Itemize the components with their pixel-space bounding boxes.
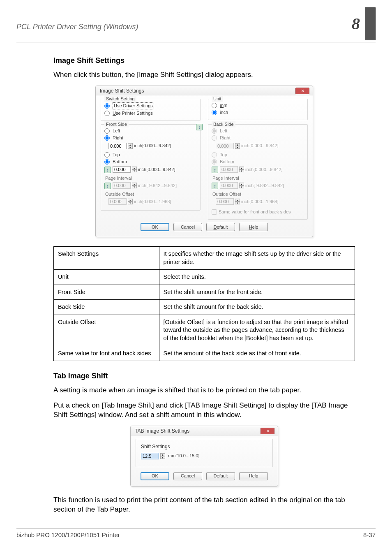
header-rule: [16, 42, 376, 42]
help-button[interactable]: Help: [239, 223, 268, 231]
tab-dialog-wrap: TAB Image Shift Settings ✕ Shift Setting…: [53, 426, 355, 486]
front-page-interval-spin: ▴▾ inch[-9.842...9.842]: [113, 182, 177, 189]
shift-settings-label: Shift Settings: [141, 443, 267, 450]
back-page-interval-range: inch[-9.842...9.842]: [245, 183, 284, 189]
front-vert-value[interactable]: [113, 166, 131, 173]
section-tab-title: Tab Image Shift: [53, 371, 355, 381]
section-tab-p1: A setting is made when an image is shift…: [53, 386, 355, 395]
spin-arrows-icon[interactable]: ▴▾: [132, 167, 137, 172]
page-interval-label: Page Interval: [105, 175, 197, 181]
table-cell-label: Unit: [54, 270, 159, 285]
radio-label: Right: [220, 135, 231, 141]
table-cell-label: Switch Settings: [54, 247, 159, 270]
header-title: PCL Printer Driver Setting (Windows): [16, 22, 138, 32]
ok-button[interactable]: OK: [141, 223, 169, 231]
spin-arrows-icon[interactable]: ▴▾: [128, 143, 133, 149]
spin-arrows-icon: ▴▾: [235, 143, 240, 149]
front-horiz-range: inch[0.000...9.842]: [134, 143, 171, 149]
radio-label: Left: [220, 128, 227, 134]
table-row: Outside Offset [Outside Offset] is a fun…: [54, 315, 355, 346]
unit-legend: Unit: [212, 96, 223, 102]
table-cell-desc: Set the shift amount for the front side.: [159, 285, 355, 300]
radio-label: Right: [113, 135, 123, 141]
back-outside-offset-spin: ▴▾ inch[0.000...1.968]: [216, 198, 279, 205]
unit-group: Unit mm inch: [208, 99, 308, 120]
radio-use-printer[interactable]: [104, 111, 110, 116]
radio-back-left: [212, 128, 217, 134]
radio-front-top[interactable]: [104, 152, 110, 158]
outside-offset-label: Outside Offset: [105, 191, 197, 197]
table-row: Unit Select the units.: [54, 270, 355, 285]
dialog-titlebar: Image Shift Settings ✕: [96, 86, 313, 95]
ok-button[interactable]: OK: [141, 472, 169, 480]
close-icon[interactable]: ✕: [261, 428, 274, 434]
table-cell-label: Front Side: [54, 285, 159, 300]
front-page-interval-value: [113, 182, 131, 189]
radio-label: Left: [113, 128, 120, 134]
radio-mm[interactable]: [212, 103, 217, 108]
default-button[interactable]: Default: [206, 472, 235, 480]
front-horiz-spin[interactable]: ▴▾ inch[0.000...9.842]: [108, 143, 171, 149]
shift-settings-group: Shift Settings ▴▾ mm[10.0...15.0]: [136, 439, 273, 467]
radio-label: Use Driver Settings: [113, 102, 154, 109]
shift-direction-icon: ↕: [104, 167, 111, 173]
chapter-number: 8: [352, 7, 376, 40]
back-side-group: Back Side Left Right ▴▾ inch[0.000...9.8…: [208, 124, 308, 220]
radio-front-right[interactable]: [104, 135, 110, 141]
page-content: Image Shift Settings When click this but…: [0, 45, 392, 528]
front-side-group: Front Side ↕ Left Right ▴▾ inch[0.000...…: [101, 124, 201, 211]
cancel-button[interactable]: Cancel: [173, 223, 202, 231]
spin-arrows-icon: ▴▾: [128, 199, 133, 204]
front-outside-offset-range: inch[0.000...1.968]: [134, 199, 171, 205]
back-page-interval-spin: ▴▾ inch[-9.842...9.842]: [220, 182, 284, 189]
radio-label: Top: [220, 152, 227, 158]
front-horiz-value[interactable]: [108, 143, 127, 149]
shift-direction-icon: ↕: [212, 183, 218, 189]
cancel-button[interactable]: Cancel: [173, 472, 202, 480]
tab-dialog: TAB Image Shift Settings ✕ Shift Setting…: [130, 426, 278, 486]
front-vert-spin[interactable]: ▴▾ inch[0.000...9.842]: [113, 166, 175, 173]
dialog-title: TAB Image Shift Settings: [135, 428, 189, 434]
front-vert-range: inch[0.000...9.842]: [138, 167, 175, 173]
shift-direction-icon: ↕: [212, 167, 218, 173]
back-horiz-value: [216, 143, 234, 149]
radio-back-top: [212, 152, 217, 158]
back-side-legend: Back Side: [212, 121, 235, 127]
tab-shift-value[interactable]: [141, 453, 159, 459]
radio-front-left[interactable]: [104, 128, 110, 134]
page-header: PCL Printer Driver Setting (Windows) 8: [0, 0, 392, 45]
close-icon[interactable]: ✕: [295, 88, 309, 94]
section-tab-p3: This function is used to print the print…: [53, 496, 355, 514]
radio-front-bottom[interactable]: [104, 159, 110, 164]
spin-arrows-icon: ▴▾: [235, 199, 240, 204]
spin-arrows-icon[interactable]: ▴▾: [160, 453, 165, 459]
radio-label: Use Printer Settings: [113, 110, 153, 116]
back-outside-offset-range: inch[0.000...1.968]: [241, 199, 279, 205]
chapter-digit: 8: [352, 13, 360, 35]
dialog-title: Image Shift Settings: [100, 88, 144, 94]
back-vert-value: [220, 166, 238, 173]
front-outside-offset-value: [108, 198, 127, 205]
radio-label: Bottom: [113, 159, 127, 165]
radio-label: mm: [220, 102, 227, 109]
shift-direction-icon: ↕: [104, 183, 111, 189]
outside-offset-label: Outside Offset: [212, 191, 304, 197]
back-horiz-spin: ▴▾ inch[0.000...9.842]: [216, 143, 279, 149]
table-row: Same value for font and back sides Set t…: [54, 346, 355, 361]
table-row: Front Side Set the shift amount for the …: [54, 285, 355, 300]
radio-label: Top: [113, 152, 120, 158]
spin-arrows-icon: ▴▾: [239, 183, 244, 188]
radio-label: Bottom: [220, 159, 234, 165]
radio-use-driver[interactable]: [104, 103, 110, 109]
footer-left: bizhub PRO 1200/1200P/1051 Printer: [16, 531, 120, 539]
front-outside-offset-spin: ▴▾ inch[0.000...1.968]: [108, 198, 171, 205]
help-button[interactable]: Help: [239, 472, 268, 480]
chapter-tab-icon: [365, 7, 376, 40]
table-cell-desc: [Outside Offset] is a function to adjust…: [159, 315, 355, 346]
table-cell-desc: Set the shift amount for the back side.: [159, 300, 355, 315]
table-cell-desc: Set the amount of the back side as that …: [159, 346, 355, 361]
radio-inch[interactable]: [212, 110, 217, 115]
shift-direction-icon: ↕: [196, 124, 203, 130]
table-row: Switch Settings It specifies whether the…: [54, 247, 355, 270]
default-button[interactable]: Default: [206, 223, 235, 231]
